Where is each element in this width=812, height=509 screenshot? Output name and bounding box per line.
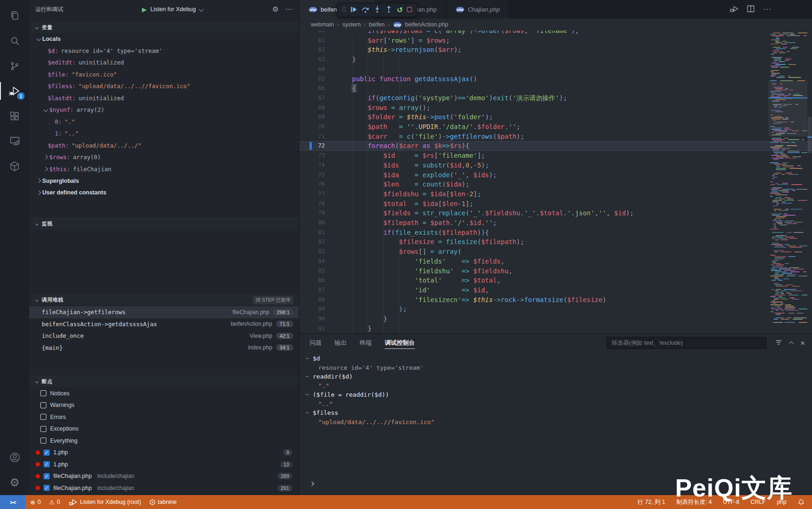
line-number[interactable]: 88 [299,295,325,305]
breadcrumb-item[interactable]: beifenAction.php [405,21,448,28]
line-number[interactable]: 76 [299,180,325,189]
debug-action-continue[interactable] [350,6,357,14]
line-number[interactable]: 82 [299,237,325,247]
editor-action-debug-alt[interactable] [729,4,739,15]
call-stack-frame[interactable]: include_onceView.php42:1 [29,330,299,342]
variable-row[interactable]: $filess:"upload/data/../..//favicon.ico" [29,80,299,92]
variables-group-row[interactable]: Superglobals [29,175,299,187]
line-number[interactable]: 85 [299,266,325,276]
checkbox-unchecked[interactable] [40,414,46,420]
line-number[interactable]: 71 [299,132,325,142]
panel-action-filter-lines[interactable] [775,339,782,348]
status-item-0[interactable]: ⊗0 [30,499,41,505]
line-number[interactable]: 84 [299,257,325,266]
activity-item-package[interactable] [0,154,29,179]
breadcrumb-item[interactable]: system [342,21,361,28]
activity-item-remote-explorer[interactable] [0,129,29,154]
more-actions-icon[interactable]: ⋯ [285,5,293,13]
checkbox-unchecked[interactable] [40,402,46,408]
activity-item-extensions[interactable] [0,103,29,129]
scrollbar-slider[interactable] [808,117,812,153]
checkbox-checked[interactable]: ✓ [44,473,50,479]
line-number[interactable]: 70 [299,122,325,132]
activity-item-settings-gear[interactable]: ⚙ [0,470,29,495]
console-input-prompt[interactable] [310,480,314,487]
line-number[interactable]: 75 [299,170,325,180]
breakpoint-row[interactable]: ✓fileChajian.phpinclude/chajian289 [29,470,299,483]
line-number[interactable]: 61 [299,36,325,45]
line-number[interactable]: 66 [299,84,325,93]
debug-action-stop[interactable] [407,6,412,13]
line-number[interactable]: 79 [299,208,325,218]
remote-indicator[interactable]: >< [0,495,26,509]
activity-item-run-and-debug[interactable]: 1 [0,78,29,103]
breakpoint-filter-row[interactable]: Notices [29,387,299,399]
debug-action-step-out[interactable] [385,6,393,14]
editor-action-split-editor[interactable] [747,5,755,14]
line-number[interactable]: 62 [299,45,325,55]
call-stack-frame[interactable]: beifenClassAction->getdatssssAjaxbeifenA… [29,318,299,330]
gear-icon[interactable]: ⚙ [272,5,278,13]
debug-action-step-into[interactable] [374,6,381,14]
line-number[interactable]: 67 [299,93,325,103]
line-number[interactable]: 74 [299,161,325,170]
breakpoint-filter-row[interactable]: Warnings [29,399,299,412]
line-number[interactable]: 87 [299,285,325,295]
panel-action-chevron-up[interactable] [790,340,793,347]
tab-Chajian.php[interactable]: phpChajian.php [446,0,509,19]
line-number[interactable]: 80 [299,218,325,228]
breakpoint-row[interactable]: ✓1.php13 [29,458,299,470]
line-number[interactable]: 83 [299,247,325,257]
activity-item-search[interactable] [0,28,29,53]
status-item-tabnine[interactable]: tabnine [149,499,177,505]
variable-row[interactable]: 1:".." [29,128,299,140]
checkbox-unchecked[interactable] [40,438,46,444]
panel-tab-调试控制台[interactable]: 调试控制台 [385,334,415,352]
status-item-listen-for-xdebug-root-[interactable]: Listen for Xdebug (root) [68,497,141,507]
line-number[interactable]: 78 [299,199,325,209]
console-filter-input[interactable] [606,337,767,349]
debug-launch-select[interactable]: ▶ Listen for Xdebug [142,6,203,13]
line-number[interactable]: 81 [299,228,325,238]
activity-item-account[interactable] [0,445,29,470]
variable-row[interactable]: $path:"upload/data/../../" [29,140,299,152]
debug-action-restart[interactable]: ↺ [397,6,403,14]
activity-item-source-control[interactable] [0,53,29,78]
activity-item-files[interactable] [0,3,29,28]
minimap[interactable] [768,31,807,333]
variable-row[interactable]: $file:"favicon.ico" [29,69,299,81]
breakpoint-filter-row[interactable]: Exceptions [29,423,299,435]
panel-tab-终端[interactable]: 终端 [360,334,372,352]
line-number[interactable]: 60 [299,31,325,36]
variable-row[interactable]: $lastdt:uninitialized [29,92,299,104]
line-number[interactable]: 72 [299,141,325,151]
line-number[interactable]: 68 [299,103,325,113]
section-call-stack[interactable]: 调用堆栈 因 STEP 已暂停 [29,294,299,305]
panel-tab-问题[interactable]: 问题 [309,334,322,352]
start-debugging-icon[interactable]: ▶ [142,6,147,13]
variable-row[interactable]: $rows:array(0) [29,151,299,163]
variable-row[interactable]: 0:"." [29,116,299,128]
line-number[interactable]: 73 [299,151,325,161]
debug-action-step-over[interactable] [361,6,369,15]
breakpoint-filter-row[interactable]: Everything [29,435,299,447]
line-number[interactable]: 69 [299,112,325,122]
call-stack-frame[interactable]: {main}index.php34:1 [29,342,299,354]
line-number[interactable]: 90 [299,314,325,324]
code-editor[interactable]: 60 if($rows)$rows = c('array')->order($r… [299,31,812,333]
status-item-0[interactable]: ⚠0 [49,499,60,505]
breadcrumb-item[interactable]: webmain [311,21,334,28]
breakpoint-filter-row[interactable]: Errors [29,411,299,423]
variable-row[interactable]: $nyunf:array(2) [29,104,299,116]
line-number[interactable]: 65 [299,74,325,84]
editor-action-more[interactable]: ··· [763,6,772,13]
section-breakpoints[interactable]: 断点 [29,376,299,387]
editor-scrollbar[interactable] [807,31,812,333]
variable-row[interactable]: $this:fileChajian [29,163,299,175]
variables-group-row[interactable]: User defined constants [29,187,299,199]
panel-action-close[interactable]: × [800,339,805,347]
line-number[interactable]: 91 [299,324,325,333]
breakpoint-row[interactable]: ✓1.php9 [29,447,299,459]
variables-group-row[interactable]: Locals [29,33,299,45]
status-item[interactable]: 行 72, 列 1 [638,498,665,506]
